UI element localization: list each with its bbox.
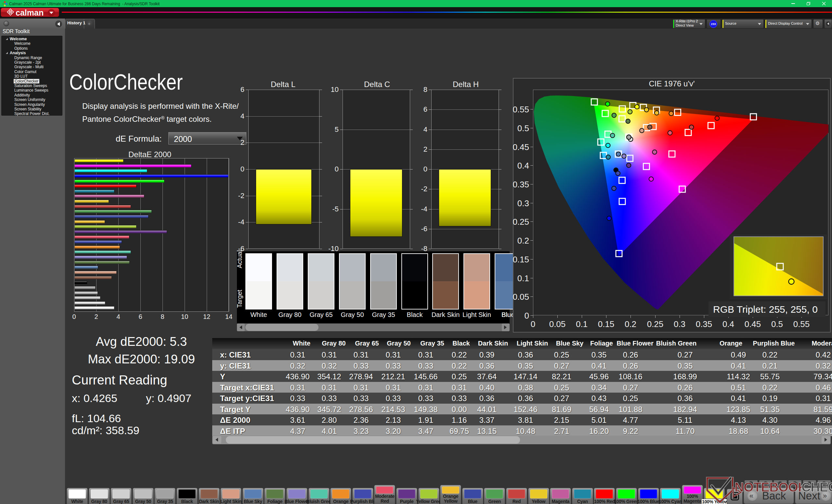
svg-text:NOTEBOOK: NOTEBOOK xyxy=(734,480,807,494)
svg-text:CHECK: CHECK xyxy=(802,480,832,494)
